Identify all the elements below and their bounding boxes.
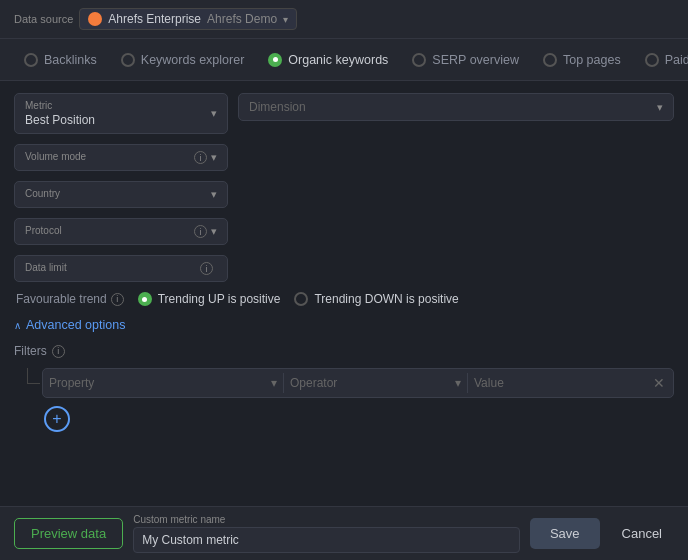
radio-backlinks <box>24 53 38 67</box>
data-source-name: Ahrefs Enterprise <box>108 12 201 26</box>
protocol-row: Protocol i ▾ <box>14 218 674 245</box>
trend-label: Favourable trend i <box>16 292 124 306</box>
advanced-options-toggle[interactable]: ∧ Advanced options <box>14 318 674 332</box>
volume-mode-select[interactable]: Volume mode i ▾ <box>14 144 228 171</box>
metric-select[interactable]: Metric Best Position ▾ <box>14 93 228 134</box>
chevron-down-icon: ▾ <box>283 14 288 25</box>
dimension-placeholder: Dimension <box>249 100 657 114</box>
dimension-select[interactable]: Dimension ▾ <box>238 93 674 121</box>
radio-organic-keywords <box>268 53 282 67</box>
tab-top-pages[interactable]: Top pages <box>533 47 631 73</box>
radio-paid-pages <box>645 53 659 67</box>
chevron-down-icon: ▾ <box>211 188 217 201</box>
data-source-sub: Ahrefs Demo <box>207 12 277 26</box>
trend-up-option[interactable]: Trending UP is positive <box>138 292 281 306</box>
ahrefs-icon <box>88 12 102 26</box>
info-icon: i <box>200 262 213 275</box>
chevron-down-icon: ▾ <box>657 101 663 114</box>
radio-serp-overview <box>412 53 426 67</box>
custom-metric-section: Custom metric name <box>133 514 520 553</box>
tab-paid-pages[interactable]: Paid pages <box>635 47 688 73</box>
nav-tabs: Backlinks Keywords explorer Organic keyw… <box>0 39 688 81</box>
metric-value: Best Position <box>25 113 211 127</box>
radio-trending-up <box>138 292 152 306</box>
metric-label: Metric <box>25 100 211 111</box>
data-limit-select[interactable]: Data limit i <box>14 255 228 282</box>
chevron-down-icon: ▾ <box>211 151 217 164</box>
protocol-select[interactable]: Protocol i ▾ <box>14 218 228 245</box>
data-source-select[interactable]: Ahrefs Enterprise Ahrefs Demo ▾ <box>79 8 297 30</box>
volume-mode-row: Volume mode i ▾ <box>14 144 674 171</box>
tab-organic-keywords[interactable]: Organic keywords <box>258 47 398 73</box>
preview-data-button[interactable]: Preview data <box>14 518 123 549</box>
filter-connector <box>14 368 42 398</box>
trend-down-option[interactable]: Trending DOWN is positive <box>294 292 458 306</box>
info-icon: i <box>194 151 207 164</box>
filter-divider <box>283 373 284 393</box>
info-icon: i <box>52 345 65 358</box>
chevron-down-icon: ▾ <box>211 107 217 120</box>
chevron-down-icon: ▾ <box>211 225 217 238</box>
volume-mode-label: Volume mode <box>25 151 194 162</box>
favourable-trend-row: Favourable trend i Trending UP is positi… <box>14 292 674 306</box>
chevron-down-icon: ▾ <box>271 376 277 390</box>
country-select[interactable]: Country ▾ <box>14 181 228 208</box>
metric-dimension-row: Metric Best Position ▾ Dimension ▾ <box>14 93 674 134</box>
save-button[interactable]: Save <box>530 518 600 549</box>
value-input[interactable]: Value <box>474 376 645 390</box>
protocol-label: Protocol <box>25 225 194 236</box>
operator-select[interactable]: Operator ▾ <box>290 376 461 390</box>
filter-row-container: Property ▾ Operator ▾ Value ✕ <box>14 368 674 398</box>
main-content: Metric Best Position ▾ Dimension ▾ Volum… <box>0 81 688 515</box>
filter-fields: Property ▾ Operator ▾ Value ✕ <box>42 368 674 398</box>
tab-backlinks[interactable]: Backlinks <box>14 47 107 73</box>
data-limit-row: Data limit i <box>14 255 674 282</box>
custom-metric-input[interactable] <box>133 527 520 553</box>
close-filter-button[interactable]: ✕ <box>651 373 667 393</box>
top-bar: Data source Ahrefs Enterprise Ahrefs Dem… <box>0 0 688 39</box>
radio-trending-down <box>294 292 308 306</box>
filter-divider <box>467 373 468 393</box>
country-row: Country ▾ <box>14 181 674 208</box>
cancel-button[interactable]: Cancel <box>610 518 674 549</box>
chevron-up-icon: ∧ <box>14 320 21 331</box>
tab-serp-overview[interactable]: SERP overview <box>402 47 529 73</box>
info-icon: i <box>194 225 207 238</box>
filters-label: Filters i <box>14 344 674 358</box>
tab-keywords-explorer[interactable]: Keywords explorer <box>111 47 255 73</box>
add-filter-button[interactable]: + <box>44 406 70 432</box>
data-source-label: Data source <box>14 13 73 25</box>
chevron-down-icon: ▾ <box>455 376 461 390</box>
info-icon: i <box>111 293 124 306</box>
custom-metric-label: Custom metric name <box>133 514 520 525</box>
country-label: Country <box>25 188 211 199</box>
data-limit-label: Data limit <box>25 262 200 273</box>
radio-top-pages <box>543 53 557 67</box>
property-select[interactable]: Property ▾ <box>49 376 277 390</box>
radio-keywords-explorer <box>121 53 135 67</box>
bottom-bar: Preview data Custom metric name Save Can… <box>0 506 688 560</box>
